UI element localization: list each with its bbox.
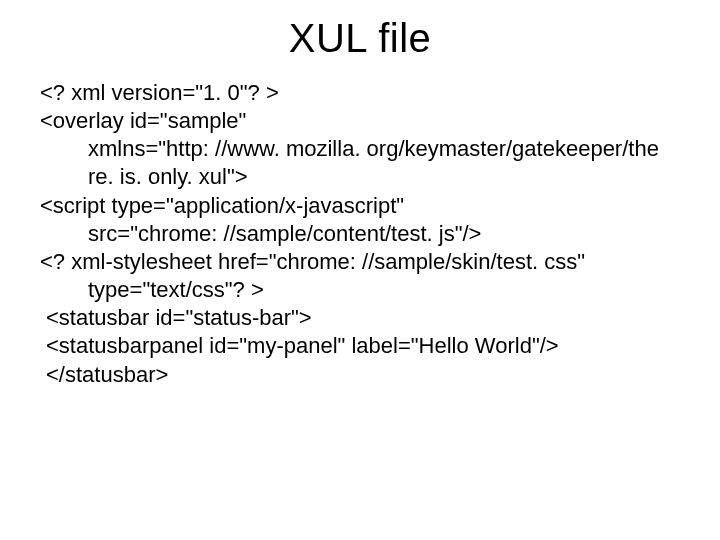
code-line: src="chrome: //sample/content/test. js"/… [40,220,680,248]
code-line: xmlns="http: //www. mozilla. org/keymast… [40,135,680,163]
code-line: re. is. only. xul"> [40,163,680,191]
code-block: <? xml version="1. 0"? > <overlay id="sa… [40,79,680,389]
slide: XUL file <? xml version="1. 0"? > <overl… [0,0,720,540]
code-line: <? xml-stylesheet href="chrome: //sample… [40,248,680,276]
code-line: <script type="application/x-javascript" [40,192,680,220]
code-line: type="text/css"? > [40,276,680,304]
code-line: <statusbarpanel id="my-panel" label="Hel… [40,332,680,360]
code-line: <statusbar id="status-bar"> [40,304,680,332]
code-line: <overlay id="sample" [40,107,680,135]
code-line: </statusbar> [40,361,680,389]
slide-title: XUL file [40,16,680,61]
code-line: <? xml version="1. 0"? > [40,79,680,107]
